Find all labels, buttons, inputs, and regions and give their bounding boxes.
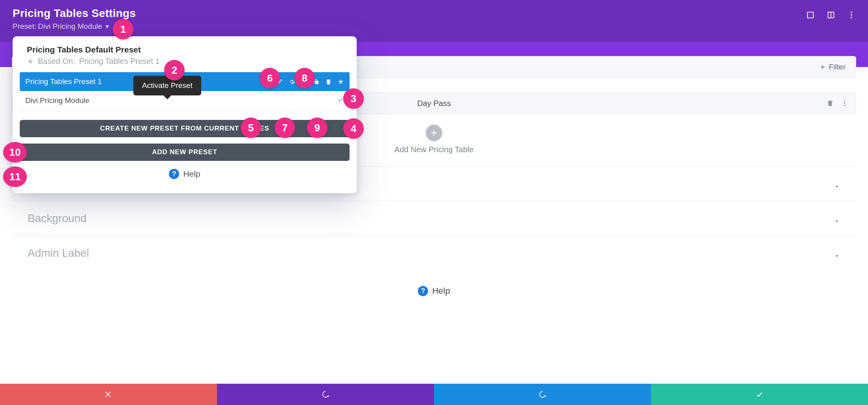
caret-down-icon: ▼: [105, 23, 110, 30]
annotation-10: 10: [3, 142, 27, 162]
svg-point-3: [844, 101, 845, 102]
annotation-5: 5: [241, 118, 261, 138]
preset-name: Divi Pricing Module: [38, 22, 102, 31]
filter-button[interactable]: Filter: [816, 60, 849, 75]
activate-preset-tooltip: Activate Preset: [133, 76, 201, 95]
preset-based-on: Based On: Pricing Tables Preset 1: [27, 57, 342, 66]
trash-icon[interactable]: [827, 100, 834, 107]
chevron-down-icon: [833, 180, 840, 187]
chevron-down-icon: [833, 215, 840, 222]
annotation-3: 3: [343, 88, 364, 109]
filter-label: Filter: [829, 63, 846, 71]
annotation-9: 9: [307, 118, 327, 138]
expand-icon[interactable]: [806, 10, 815, 20]
divider: [20, 112, 350, 112]
help-icon: ?: [418, 286, 428, 296]
help-label: Help: [432, 286, 450, 296]
page-title: Pricing Tables Settings: [13, 7, 855, 20]
cancel-button[interactable]: [0, 384, 217, 405]
help-icon: ?: [169, 169, 179, 179]
section-title: Background: [28, 212, 86, 225]
annotation-7: 7: [275, 118, 295, 138]
help-link[interactable]: ? Help: [12, 286, 856, 296]
preset-help-link[interactable]: ? Help: [13, 169, 357, 179]
preset-dropdown-panel: Pricing Tables Default Preset Based On: …: [13, 36, 357, 193]
preset-item-label: Pricing Tables Preset 1: [25, 77, 102, 86]
svg-point-4: [844, 103, 845, 104]
columns-icon[interactable]: [826, 10, 836, 20]
preset-help-label: Help: [183, 169, 200, 179]
header-actions: [806, 10, 856, 20]
kebab-icon[interactable]: [841, 100, 848, 107]
preset-prefix: Preset:: [13, 22, 36, 31]
redo-button[interactable]: [434, 384, 651, 405]
item-actions: [827, 100, 848, 107]
annotation-11: 11: [3, 166, 27, 187]
section-admin-label[interactable]: Admin Label: [12, 235, 856, 270]
annotation-6: 6: [260, 68, 280, 88]
create-preset-button[interactable]: CREATE NEW PRESET FROM CURRENT STYLES: [20, 120, 350, 137]
star-icon[interactable]: [337, 78, 344, 85]
preset-dropdown-trigger[interactable]: Preset: Divi Pricing Module ▼: [13, 22, 855, 31]
trash-icon[interactable]: [325, 78, 332, 85]
svg-point-1: [851, 14, 852, 16]
section-title: Admin Label: [28, 247, 89, 259]
confirm-button[interactable]: [651, 384, 868, 405]
add-button[interactable]: +: [426, 125, 442, 141]
undo-button[interactable]: [217, 384, 434, 405]
preset-item-label: Divi Pricing Module: [25, 96, 90, 105]
kebab-icon[interactable]: [847, 10, 856, 20]
based-on-prefix: Based On:: [38, 57, 75, 66]
based-on-name: Pricing Tables Preset 1: [79, 57, 160, 66]
svg-point-2: [851, 17, 852, 19]
footer-actions: [0, 384, 868, 405]
annotation-8: 8: [294, 68, 315, 88]
svg-point-0: [851, 12, 852, 13]
preset-panel-title: Pricing Tables Default Preset: [27, 45, 342, 54]
preset-panel-header: Pricing Tables Default Preset Based On: …: [13, 45, 357, 66]
annotation-2: 2: [164, 60, 185, 80]
svg-point-5: [844, 105, 845, 106]
annotation-1: 1: [113, 19, 133, 39]
annotation-4: 4: [343, 118, 364, 139]
add-preset-button[interactable]: ADD NEW PRESET: [20, 144, 350, 161]
chevron-down-icon: [833, 250, 840, 257]
section-background[interactable]: Background: [12, 201, 856, 235]
